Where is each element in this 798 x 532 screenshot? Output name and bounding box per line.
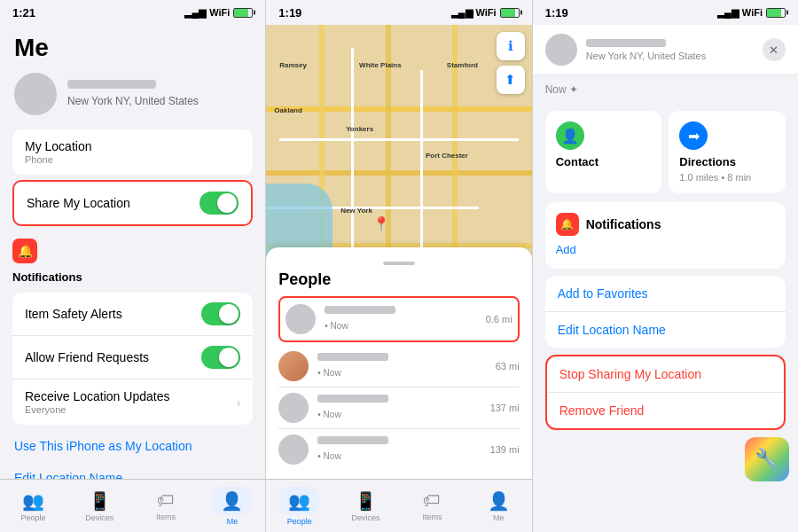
person-info-2: • Now [317, 353, 486, 379]
person-info-1: • Now [325, 306, 476, 332]
my-location-sub: Phone [25, 154, 91, 165]
allow-friend-toggle[interactable] [201, 346, 240, 369]
share-location-toggle[interactable] [200, 192, 239, 215]
app-icon-area: 🔧 [533, 437, 798, 490]
notif-add-link[interactable]: Add [556, 241, 775, 258]
directions-label: Directions [679, 155, 736, 168]
share-location-group: Share My Location [12, 180, 253, 226]
me-content: Me New York NY, United States My Locatio… [0, 25, 265, 479]
person-info-4: • Now [317, 436, 481, 463]
person-row-4[interactable]: • Now 139 mi [278, 429, 519, 470]
me-tab-label-2: Me [493, 513, 505, 522]
person-status-4: • Now [317, 451, 340, 461]
tab-me-2[interactable]: 👤 Me [466, 490, 532, 522]
directions-sub: 1.0 miles • 8 min [679, 172, 751, 183]
notifications-card: 🔔 Notifications Add [545, 202, 786, 269]
person-dist-3: 137 mi [490, 403, 520, 413]
person-row-3[interactable]: • Now 137 mi [278, 387, 519, 429]
stop-sharing-item[interactable]: Stop Sharing My Location [547, 356, 784, 393]
items-tab-icon-2: 🏷 [423, 490, 441, 511]
item-safety-alerts-row[interactable]: Item Safety Alerts [12, 293, 253, 336]
directions-card[interactable]: ➡ Directions 1.0 miles • 8 min [669, 111, 786, 193]
me-tab-icon-2: 👤 [488, 490, 510, 512]
my-location-label: My Location [25, 139, 91, 153]
people-tab-label-2: People [287, 517, 312, 526]
status-bar-3: 1:19 ▂▄▆ WiFi [533, 0, 798, 25]
edit-location-name-link[interactable]: Edit Location Name [0, 462, 265, 479]
people-tab-icon: 👥 [22, 490, 44, 512]
person-name-blur-1 [325, 306, 395, 314]
person-info-3: • Now [317, 395, 481, 421]
use-iphone-link[interactable]: Use This iPhone as My Location [0, 430, 265, 462]
time-2: 1:19 [278, 6, 301, 20]
tab-bar-1: 👥 People 📱 Devices 🏷 Items 👤 Me [0, 479, 265, 532]
detail-info: New York NY, United States [586, 39, 763, 61]
devices-tab-label-2: Devices [352, 513, 380, 522]
panel-map: 1:19 ▂▄▆ WiFi Ramsey White [266, 0, 532, 532]
allow-friend-requests-row[interactable]: Allow Friend Requests [12, 336, 253, 379]
time-1: 1:21 [12, 6, 35, 20]
receive-location-row[interactable]: Receive Location Updates Everyone › [12, 379, 253, 425]
status-icons-1: ▂▄▆ WiFi [184, 7, 253, 19]
edit-location-name-item[interactable]: Edit Location Name [545, 312, 786, 348]
add-to-favorites-item[interactable]: Add to Favorites [545, 276, 786, 312]
chevron-right-icon: › [237, 395, 241, 410]
notifications-header: Notifications [12, 267, 253, 286]
tab-people-2[interactable]: 👥 People [266, 487, 332, 526]
tab-bar-2: 👥 People 📱 Devices 🏷 Items 👤 Me [266, 479, 531, 532]
app-icon: 🔧 [745, 437, 789, 481]
detail-content: New York NY, United States ✕ Now ✦ 👤 Con… [533, 25, 798, 532]
contact-label: Contact [556, 155, 598, 168]
map-pin: 📍 [372, 215, 390, 232]
directions-icon: ➡ [679, 121, 708, 150]
drag-handle [383, 262, 415, 265]
contact-card[interactable]: 👤 Contact [545, 111, 662, 193]
info-btn[interactable]: ℹ [497, 32, 525, 60]
map-label-yonkers: Yonkers [346, 125, 373, 133]
notif-bell-icon: 🔔 [556, 213, 579, 236]
map-overlay: ℹ ⬆ [497, 32, 525, 94]
wifi-icon: WiFi [209, 7, 230, 18]
profile-name-blurred [67, 80, 156, 89]
notif-card-header: 🔔 Notifications [556, 213, 775, 236]
wifi-icon-2: WiFi [476, 7, 497, 18]
tab-items-2[interactable]: 🏷 Items [399, 490, 466, 521]
remove-friend-item[interactable]: Remove Friend [547, 393, 784, 428]
person-row-2[interactable]: • Now 63 mi [278, 346, 519, 387]
battery-icon-3 [766, 8, 786, 18]
detail-header: New York NY, United States ✕ [533, 25, 798, 75]
status-icons-2: ▂▄▆ WiFi [451, 7, 520, 19]
danger-menu-card: Stop Sharing My Location Remove Friend [545, 355, 786, 430]
close-button[interactable]: ✕ [763, 38, 786, 61]
person-row-1-outlined[interactable]: • Now 0.6 mi [278, 296, 519, 342]
share-location-row[interactable]: Share My Location [14, 182, 251, 224]
contact-icon: 👤 [556, 121, 584, 150]
detail-name-blur [586, 39, 666, 47]
profile-row: New York NY, United States [0, 66, 265, 124]
avatar [14, 73, 57, 115]
people-tab-label: People [20, 513, 45, 522]
map-content: Ramsey White Plains Stamford Oakland Yon… [266, 25, 531, 479]
time-ago-row: Now ✦ [533, 75, 798, 102]
person-status-2: • Now [317, 368, 340, 378]
people-title: People [278, 270, 519, 289]
item-safety-toggle[interactable] [201, 302, 240, 325]
compass-btn[interactable]: ⬆ [497, 66, 525, 94]
devices-tab-icon: 📱 [89, 490, 111, 512]
map-label-chester: Port Chester [426, 152, 468, 160]
time-3: 1:19 [545, 6, 568, 20]
detail-location: New York NY, United States [586, 51, 763, 61]
share-location-label: Share My Location [27, 196, 130, 210]
devices-tab-icon-2: 📱 [355, 490, 377, 512]
panel-me: 1:21 ▂▄▆ WiFi Me New York NY, United Sta… [0, 0, 266, 532]
tab-people-1[interactable]: 👥 People [0, 490, 66, 522]
profile-location: New York NY, United States [67, 95, 199, 107]
tab-items-1[interactable]: 🏷 Items [133, 490, 200, 521]
tab-devices-1[interactable]: 📱 Devices [66, 490, 133, 522]
signal-icon: ▂▄▆ [184, 7, 206, 19]
tab-devices-2[interactable]: 📱 Devices [332, 490, 399, 522]
tab-me-1[interactable]: 👤 Me [199, 487, 265, 526]
person-row-1[interactable]: • Now 0.6 mi [286, 301, 512, 337]
detail-avatar [545, 34, 577, 66]
person-dist-4: 139 mi [490, 444, 520, 455]
